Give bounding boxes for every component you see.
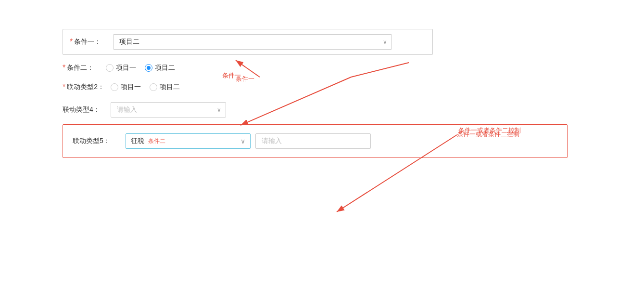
linkage4-select[interactable]: 请输入 bbox=[111, 102, 226, 118]
condition-two-radio-group: 项目一 项目二 bbox=[106, 64, 175, 72]
linkage5-select-tag: 条件二 bbox=[148, 137, 165, 145]
linkage2-option2-label: 项目二 bbox=[160, 83, 180, 92]
linkage5-input[interactable]: 请输入 bbox=[255, 133, 371, 149]
linkage2-label: 联动类型2： bbox=[67, 83, 104, 92]
condition-two-required-star: * bbox=[63, 64, 65, 72]
condition-two-option2-label: 项目二 bbox=[155, 64, 175, 72]
condition-one-select[interactable]: 项目二 bbox=[113, 34, 392, 50]
linkage2-required-star: * bbox=[63, 83, 65, 92]
linkage2-radio-group: 项目一 项目二 bbox=[111, 83, 180, 92]
condition-two-label: 条件二： bbox=[67, 64, 94, 72]
linkage4-chevron-icon: ∨ bbox=[217, 106, 221, 113]
linkage5-chevron-icon: ∨ bbox=[240, 137, 245, 145]
linkage4-label: 联动类型4： bbox=[63, 105, 100, 114]
linkage2-option1-label: 项目一 bbox=[121, 83, 141, 92]
linkage5-select-value: 征税 bbox=[131, 137, 144, 145]
linkage2-radio1-icon bbox=[111, 83, 118, 91]
annotation-label-linkage-control: 条件一或者条件二控制 bbox=[458, 126, 521, 135]
condition-one-select-wrapper[interactable]: 项目二 ∨ bbox=[113, 34, 392, 50]
condition-one-select-value: 项目二 bbox=[119, 38, 139, 46]
linkage4-placeholder: 请输入 bbox=[117, 105, 137, 114]
linkage5-select[interactable]: 征税 条件二 ∨ bbox=[126, 133, 251, 149]
linkage4-select-wrapper[interactable]: 请输入 ∨ bbox=[111, 102, 226, 118]
linkage2-option2[interactable]: 项目二 bbox=[150, 83, 180, 92]
linkage2-option1[interactable]: 项目一 bbox=[111, 83, 141, 92]
condition-two-option1[interactable]: 项目一 bbox=[106, 64, 136, 72]
condition-two-radio1-icon bbox=[106, 64, 114, 72]
condition-two-option1-label: 项目一 bbox=[116, 64, 136, 72]
condition-two-option2[interactable]: 项目二 bbox=[145, 64, 175, 72]
condition-one-chevron-icon: ∨ bbox=[383, 39, 387, 45]
condition-one-required-star: * bbox=[70, 38, 73, 46]
linkage5-input-placeholder: 请输入 bbox=[262, 137, 282, 144]
annotation-label-condition-one: 条件一 bbox=[222, 71, 241, 80]
condition-two-radio2-icon bbox=[145, 64, 152, 72]
linkage2-radio2-icon bbox=[150, 83, 157, 91]
condition-one-label: 条件一： bbox=[74, 38, 101, 46]
linkage5-label: 联动类型5： bbox=[73, 137, 110, 145]
